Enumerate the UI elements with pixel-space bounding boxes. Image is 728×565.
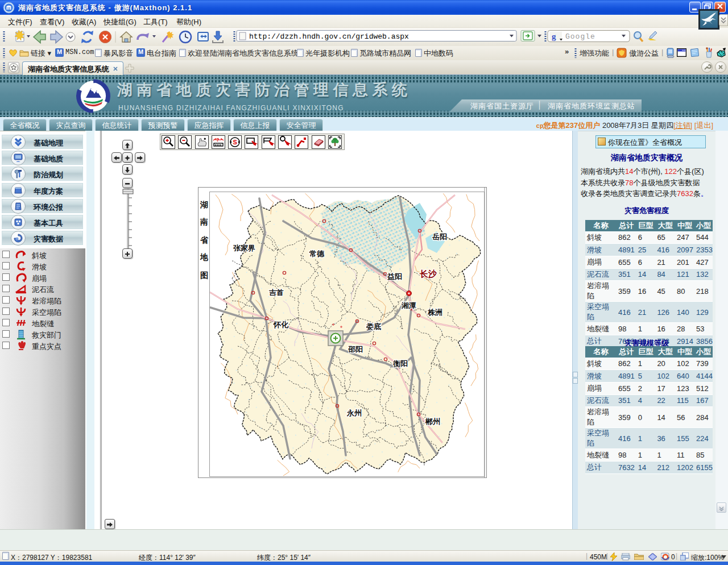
- svg-text:永州: 永州: [346, 409, 362, 417]
- svg-text:邵阳: 邵阳: [348, 345, 363, 354]
- svg-text:株洲: 株洲: [427, 308, 442, 317]
- svg-text:岳阳: 岳阳: [432, 232, 447, 241]
- svg-text:益阳: 益阳: [387, 272, 402, 281]
- svg-text:长沙: 长沙: [419, 269, 437, 279]
- svg-text:http://dzzh.hndh.gov.cn/gridwe: http://dzzh.hndh.gov.cn/gridweb.aspx: [249, 32, 409, 41]
- svg-text:地: 地: [200, 252, 208, 261]
- svg-text:怀化: 怀化: [273, 321, 289, 329]
- svg-text:衡阳: 衡阳: [392, 359, 408, 368]
- svg-text:图: 图: [200, 271, 208, 280]
- svg-text:常德: 常德: [309, 250, 325, 258]
- svg-text:S: S: [233, 139, 237, 146]
- svg-text:娄底: 娄底: [366, 322, 381, 331]
- svg-text:吉首: 吉首: [269, 288, 284, 297]
- svg-text:g: g: [552, 32, 556, 41]
- svg-text:湘潭: 湘潭: [401, 301, 416, 310]
- svg-text:郴州: 郴州: [425, 417, 440, 426]
- svg-text:湖: 湖: [200, 200, 208, 209]
- svg-text:省: 省: [200, 235, 209, 244]
- svg-text:张家界: 张家界: [233, 244, 255, 252]
- svg-text:Google: Google: [565, 32, 595, 41]
- svg-text:南: 南: [200, 217, 208, 226]
